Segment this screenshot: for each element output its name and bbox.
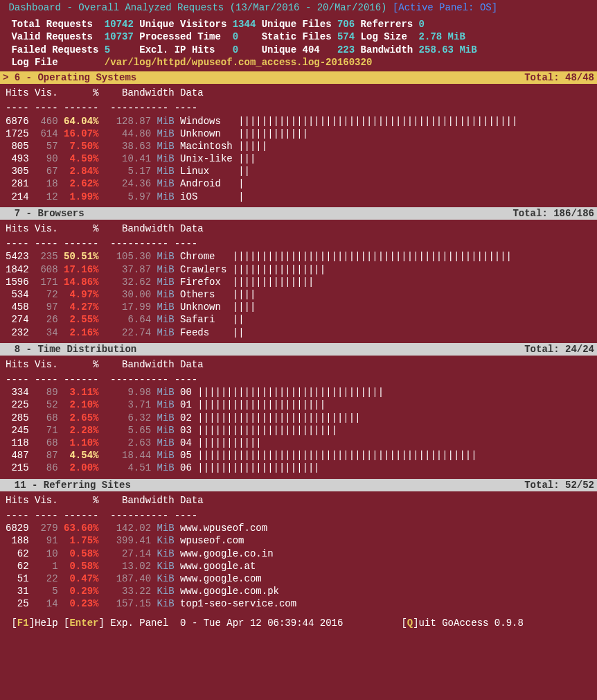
- column-headers-referring: Hits Vis. % Bandwidth Data: [0, 491, 597, 507]
- table-row: 1842 608 17.16% 37.87 MiB Crawlers |||||…: [6, 263, 591, 276]
- percent-cell: 4.27%: [64, 301, 98, 313]
- panel-header-os[interactable]: > 6 - Operating SystemsTotal: 48/48: [0, 71, 597, 84]
- bandwidth-unit: MiB: [157, 128, 174, 139]
- data-cell: Others: [180, 289, 226, 300]
- visitors-cell: 72: [35, 289, 58, 300]
- percent-cell: 2.62%: [64, 178, 98, 189]
- percent-cell: 1.10%: [64, 437, 98, 448]
- unique-visitors-value: 1344: [233, 19, 256, 30]
- table-row: 305 67 2.84% 5.17 MiB Linux ||: [6, 165, 591, 177]
- table-row: 1596 171 14.86% 32.62 MiB Firefox ||||||…: [6, 276, 591, 288]
- bar-chart-cell: ||||||||||||||||: [233, 264, 326, 275]
- bandwidth-unit: MiB: [157, 116, 174, 127]
- column-headers-browsers: Hits Vis. % Bandwidth Data: [0, 220, 597, 235]
- table-row: 62 10 0.58% 27.14 KiB www.google.co.in: [6, 548, 591, 560]
- bar-chart-cell: |||||||||||: [197, 437, 261, 448]
- valid-requests-label: Valid Requests: [11, 31, 93, 42]
- hits-cell: 5423: [6, 251, 29, 262]
- percent-cell: 0.29%: [64, 586, 98, 597]
- table-row: 25 14 0.23% 157.15 KiB top1-seo-service.…: [6, 597, 591, 610]
- panel-title-time: 8 - Time Distribution: [3, 343, 524, 356]
- bandwidth-cell: 9.98: [110, 387, 151, 398]
- hits-cell: 805: [6, 141, 29, 152]
- bandwidth-cell: 33.22: [110, 586, 151, 597]
- hits-cell: 1596: [6, 277, 29, 288]
- percent-cell: 0.47%: [64, 573, 98, 584]
- unique-404-value: 223: [337, 44, 355, 55]
- visitors-cell: 10: [35, 548, 58, 559]
- enter-text: Exp. Panel: [105, 618, 168, 629]
- data-cell: Windows: [180, 116, 233, 127]
- percent-cell: 63.60%: [64, 523, 98, 534]
- column-underline-browsers: ---- ---- ------ ---------- ----: [0, 235, 597, 250]
- hits-cell: 51: [6, 573, 29, 584]
- hits-cell: 25: [6, 598, 29, 609]
- quit-key[interactable]: Q: [407, 618, 413, 629]
- hits-cell: 534: [6, 289, 29, 300]
- log-size-value: 2.78 MiB: [419, 31, 465, 42]
- bar-chart-cell: |||||: [238, 141, 267, 152]
- hits-cell: 1725: [6, 128, 29, 139]
- hits-cell: 62: [6, 548, 29, 559]
- table-row: 334 89 3.11% 9.98 MiB 00 |||||||||||||||…: [6, 386, 591, 399]
- quit-text: uit: [419, 618, 436, 629]
- table-row: 274 26 2.55% 6.64 MiB Safari ||: [6, 313, 591, 326]
- table-row: 62 1 0.58% 13.02 KiB www.google.at: [6, 560, 591, 572]
- bandwidth-cell: 157.15: [110, 598, 151, 609]
- panel-header-referring[interactable]: 11 - Referring SitesTotal: 52/52: [0, 479, 597, 491]
- hits-cell: 6876: [6, 116, 29, 127]
- bar-chart-cell: ||||||||||||: [238, 128, 308, 139]
- help-key[interactable]: F1: [17, 618, 29, 629]
- data-cell: www.google.co.in: [180, 548, 308, 559]
- hits-cell: 62: [6, 561, 29, 572]
- table-row: 6829 279 63.60% 142.02 MiB www.wpuseof.c…: [6, 522, 591, 534]
- column-underline-time: ---- ---- ------ ---------- ----: [0, 371, 597, 386]
- data-cell: 00: [180, 387, 192, 398]
- visitors-cell: 14: [35, 598, 58, 609]
- bandwidth-value: 258.63 MiB: [419, 44, 477, 55]
- percent-cell: 0.23%: [64, 598, 98, 609]
- bandwidth-cell: 5.17: [110, 166, 151, 177]
- total-requests-value: 10742: [105, 19, 134, 30]
- data-cell: Unknown: [180, 128, 233, 139]
- data-cell: Safari: [180, 314, 226, 325]
- panel-header-time[interactable]: 8 - Time DistributionTotal: 24/24: [0, 343, 597, 356]
- hits-cell: 118: [6, 437, 29, 448]
- panel-header-browsers[interactable]: 7 - BrowsersTotal: 186/186: [0, 207, 597, 220]
- visitors-cell: 90: [35, 153, 58, 164]
- data-cell: iOS: [180, 191, 233, 202]
- referrers-value: 0: [419, 19, 425, 30]
- hits-cell: 6829: [6, 523, 29, 534]
- data-cell: www.google.com: [180, 573, 308, 584]
- visitors-cell: 1: [35, 561, 58, 572]
- hits-cell: 225: [6, 399, 29, 410]
- valid-requests-value: 10737: [105, 31, 134, 42]
- total-requests-label: Total Requests: [11, 19, 93, 30]
- bandwidth-unit: MiB: [157, 412, 174, 423]
- bandwidth-cell: 142.02: [110, 523, 151, 534]
- visitors-cell: 614: [35, 128, 58, 139]
- percent-cell: 3.11%: [64, 387, 98, 398]
- data-cell: Feeds: [180, 327, 226, 338]
- table-row: 285 68 2.65% 6.32 MiB 02 |||||||||||||||…: [6, 412, 591, 424]
- hits-cell: 274: [6, 314, 29, 325]
- panel-total-referring: Total: 52/52: [524, 479, 594, 491]
- bandwidth-unit: MiB: [157, 523, 174, 534]
- bandwidth-unit: MiB: [157, 399, 174, 410]
- app-version: GoAccess 0.9.8: [442, 618, 524, 629]
- visitors-cell: 171: [35, 277, 58, 288]
- bar-chart-cell: ||: [238, 166, 250, 177]
- data-cell: www.wpuseof.com: [180, 523, 308, 534]
- data-cell: www.google.com.pk: [180, 586, 308, 597]
- title-bar: Dashboard - Overall Analyzed Requests (1…: [0, 0, 597, 15]
- panel-title-referring: 11 - Referring Sites: [3, 479, 524, 491]
- unique-404-label: Unique 404: [262, 44, 320, 55]
- table-row: 534 72 4.97% 30.00 MiB Others ||||: [6, 288, 591, 301]
- bandwidth-cell: 399.41: [110, 535, 151, 546]
- enter-key[interactable]: Enter: [69, 618, 98, 629]
- bandwidth-unit: MiB: [157, 437, 174, 448]
- bar-chart-cell: ||||||||||||||||||||||||||||: [197, 412, 360, 423]
- data-cell: Unknown: [180, 301, 226, 313]
- static-files-value: 574: [337, 31, 355, 42]
- bandwidth-unit: KiB: [157, 548, 174, 559]
